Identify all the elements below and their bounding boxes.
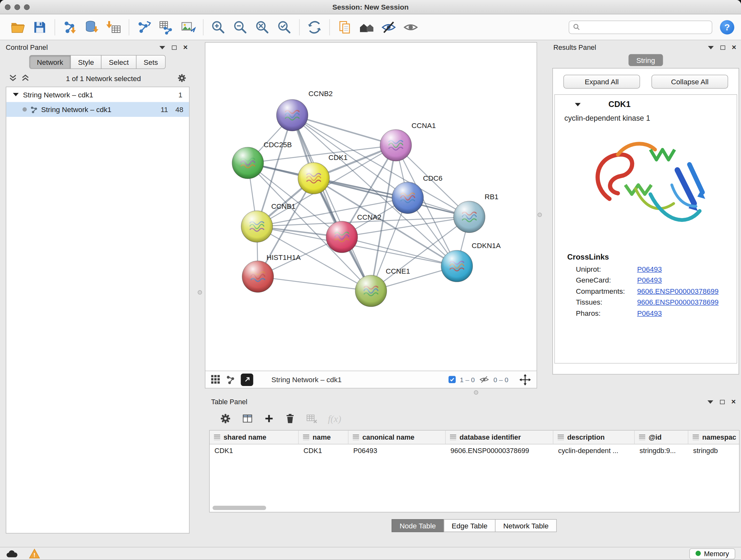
zoom-window-button[interactable] <box>24 4 30 10</box>
cp-tab-select[interactable]: Select <box>101 55 137 69</box>
pan-crosshair-icon[interactable] <box>520 374 531 385</box>
tp-tab-edge-table[interactable]: Edge Table <box>444 519 495 532</box>
table-cell[interactable]: P06493 <box>348 444 446 457</box>
zoom-fit-button[interactable] <box>252 17 273 38</box>
minimize-window-button[interactable] <box>14 4 20 10</box>
table-cell[interactable]: stringdb:9... <box>635 444 688 457</box>
cp-tab-network[interactable]: Network <box>29 55 71 69</box>
table-cell[interactable]: 9606.ENSP00000378699 <box>446 444 554 457</box>
table-cell[interactable]: stringdb <box>688 444 740 457</box>
network-graph[interactable]: CCNB2CCNA1CDC25BCDK1CDC6RB1CCNB1CCNA2CDK… <box>205 43 537 371</box>
network-row-selected[interactable]: String Network – cdk1 11 48 <box>6 102 189 117</box>
add-column-icon[interactable] <box>264 414 274 424</box>
collection-disclosure-icon[interactable] <box>13 93 19 97</box>
search-box[interactable] <box>569 20 712 34</box>
network-node-ccna1[interactable] <box>380 130 412 161</box>
network-node-cdc6[interactable] <box>392 182 423 213</box>
expand-all-icon[interactable] <box>21 74 30 82</box>
column-header--id[interactable]: @id <box>635 431 688 444</box>
column-header-database-identifier[interactable]: database identifier <box>446 431 554 444</box>
import-network-from-file-button[interactable] <box>59 17 81 38</box>
column-header-canonical-name[interactable]: canonical name <box>348 431 446 444</box>
delete-column-icon[interactable] <box>285 413 295 424</box>
zoom-in-button[interactable] <box>207 17 229 38</box>
import-network-from-database-button[interactable] <box>81 17 103 38</box>
gene-disclosure-icon[interactable] <box>575 103 581 106</box>
table-cell[interactable]: cyclin-dependent ... <box>553 444 635 457</box>
float-panel-icon[interactable] <box>720 45 725 50</box>
birdseye-grid-icon[interactable] <box>211 375 220 384</box>
table-cell[interactable]: CDK1 <box>299 444 348 457</box>
collapse-all-button[interactable]: Collapse All <box>652 75 728 89</box>
crosslink-link-pharos[interactable]: P06493 <box>637 309 662 317</box>
column-header-description[interactable]: description <box>553 431 635 444</box>
network-node-ccne1[interactable] <box>355 275 387 307</box>
open-external-button[interactable] <box>241 373 253 386</box>
hide-selected-button[interactable] <box>378 17 400 38</box>
show-columns-icon[interactable] <box>242 413 253 424</box>
warning-icon[interactable]: ! <box>29 549 40 559</box>
zoom-out-button[interactable] <box>229 17 252 38</box>
float-panel-icon[interactable] <box>172 45 177 50</box>
table-cell[interactable]: CDK1 <box>210 444 299 457</box>
tp-tab-node-table[interactable]: Node Table <box>392 519 444 532</box>
collapse-all-icon[interactable] <box>9 74 17 82</box>
apply-layout-button[interactable] <box>304 17 326 38</box>
new-network-from-selection-button[interactable] <box>155 17 177 38</box>
open-session-button[interactable] <box>7 17 29 38</box>
close-panel-icon[interactable]: × <box>731 398 736 406</box>
right-splitter-handle[interactable] <box>538 212 542 217</box>
help-button[interactable]: ? <box>720 20 734 34</box>
table-settings-gear-icon[interactable] <box>220 413 231 424</box>
crosslink-link-uniprot[interactable]: P06493 <box>637 265 662 273</box>
column-header-name[interactable]: name <box>299 431 348 444</box>
network-canvas[interactable]: CCNB2CCNA1CDC25BCDK1CDC6RB1CCNB1CCNA2CDK… <box>205 42 537 371</box>
network-node-ccnb1[interactable] <box>241 211 273 242</box>
network-node-hist1h1a[interactable] <box>242 261 274 293</box>
network-node-cdk1[interactable] <box>298 163 330 194</box>
first-neighbors-button[interactable] <box>356 17 378 38</box>
memory-button[interactable]: Memory <box>689 548 735 559</box>
tab-string[interactable]: String <box>629 54 663 66</box>
gear-icon[interactable] <box>177 73 187 83</box>
horizontal-scrollbar[interactable] <box>212 506 266 510</box>
annotations-button[interactable] <box>334 17 356 38</box>
network-node-ccnb2[interactable] <box>276 99 308 131</box>
close-panel-icon[interactable]: × <box>732 44 736 51</box>
float-panel-icon[interactable] <box>720 400 724 404</box>
network-edge[interactable] <box>292 115 396 145</box>
cp-tab-style[interactable]: Style <box>70 55 102 69</box>
panel-menu-icon[interactable] <box>708 46 714 49</box>
network-node-ccna2[interactable] <box>326 221 358 253</box>
network-edge[interactable] <box>292 115 371 291</box>
gene-card-header[interactable]: CDK1 <box>555 95 737 114</box>
left-splitter-handle[interactable] <box>198 290 202 295</box>
close-window-button[interactable] <box>5 4 10 10</box>
column-header-namespac[interactable]: namespac <box>688 431 740 444</box>
crosslink-link-tissues[interactable]: 9606.ENSP00000378699 <box>637 298 719 306</box>
crosslink-link-compartments[interactable]: 9606.ENSP00000378699 <box>637 287 719 295</box>
network-collection-row[interactable]: String Network – cdk1 1 <box>6 87 189 102</box>
new-network-button[interactable] <box>133 17 155 38</box>
cp-tab-sets[interactable]: Sets <box>136 55 165 69</box>
table-row[interactable]: CDK1CDK1P064939606.ENSP00000378699cyclin… <box>210 444 739 457</box>
expand-all-button[interactable]: Expand All <box>563 75 640 89</box>
bottom-splitter-handle[interactable] <box>474 390 478 395</box>
network-node-rb1[interactable] <box>454 201 485 233</box>
zoom-selected-button[interactable] <box>273 17 295 38</box>
network-node-cdkn1a[interactable] <box>441 250 473 282</box>
export-image-button[interactable] <box>177 17 199 38</box>
network-node-cdc25b[interactable] <box>232 147 264 179</box>
import-table-from-file-button[interactable] <box>103 17 125 38</box>
close-panel-icon[interactable]: × <box>183 44 188 51</box>
save-session-button[interactable] <box>29 17 51 38</box>
panel-menu-icon[interactable] <box>707 400 713 403</box>
network-overview-icon[interactable] <box>226 375 235 384</box>
crosslink-link-genecard[interactable]: P06493 <box>637 276 662 284</box>
network-edge[interactable] <box>258 276 371 291</box>
selected-checkbox[interactable] <box>448 376 456 383</box>
column-header-shared-name[interactable]: shared name <box>210 431 299 444</box>
search-input[interactable] <box>583 23 708 31</box>
tp-tab-network-table[interactable]: Network Table <box>495 519 556 532</box>
panel-menu-icon[interactable] <box>159 46 165 49</box>
